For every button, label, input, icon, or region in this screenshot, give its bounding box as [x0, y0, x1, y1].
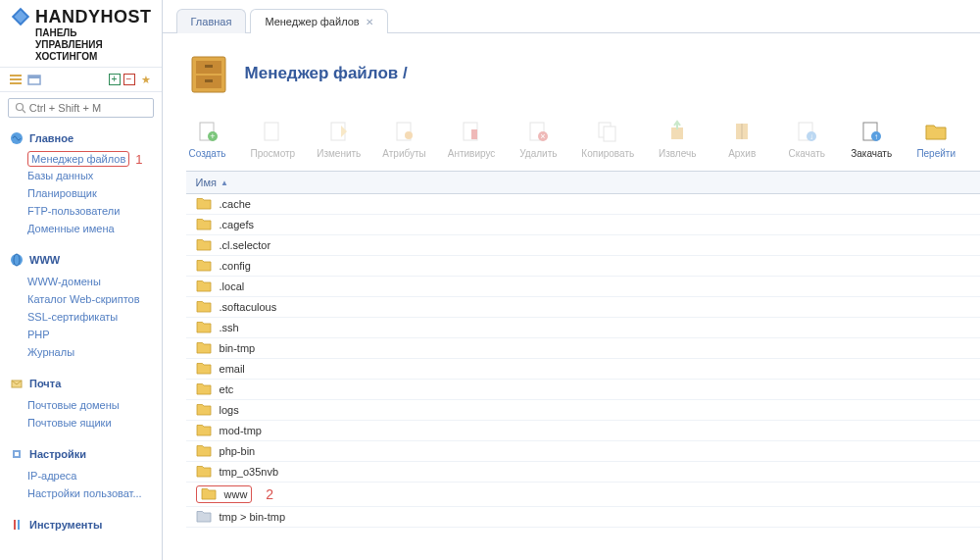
table-row[interactable]: .cagefs [186, 215, 980, 235]
action-icon [259, 118, 286, 145]
nav-group-title: Инструменты [29, 519, 102, 531]
file-name: logs [220, 404, 239, 416]
nav-item[interactable]: Менеджер файлов [27, 151, 129, 167]
nav-group-header[interactable]: Главное [0, 127, 162, 149]
action-label: Архив [728, 148, 756, 159]
nav-item[interactable]: Базы данных [27, 167, 93, 184]
annotation-marker: 2 [266, 486, 273, 502]
action-button: Копировать [581, 118, 634, 159]
action-icon: ↑ [858, 118, 885, 145]
table-row[interactable]: email [186, 359, 980, 380]
nav-item[interactable]: FTP-пользователи [27, 202, 120, 220]
table-row[interactable]: logs [186, 400, 980, 421]
action-button: Антивирус [448, 118, 496, 159]
table-header: Имя ▲ Размер [186, 172, 980, 194]
search-input[interactable] [29, 102, 147, 114]
folder-icon [196, 382, 212, 396]
file-name: etc [220, 383, 234, 395]
nav-item[interactable]: Журналы [27, 343, 74, 361]
action-icon: ↓ [793, 118, 820, 145]
close-icon[interactable]: ✕ [366, 17, 373, 27]
action-button: Атрибуты [382, 118, 425, 159]
table-row[interactable]: .softaculous [186, 297, 980, 318]
svg-text:↑: ↑ [874, 132, 878, 141]
file-name: tmp > bin-tmp [220, 511, 286, 523]
nav-item[interactable]: Доменные имена [27, 220, 115, 237]
page-title: Менеджер файлов / [245, 64, 408, 83]
nav-group-header[interactable]: Настройки [0, 443, 162, 465]
main: ГлавнаяМенеджер файлов✕ Менеджер файлов … [163, 0, 980, 560]
table-row[interactable]: bin-tmp [186, 338, 980, 359]
table-row[interactable]: mod-tmp [186, 421, 980, 441]
file-name: www [224, 488, 248, 500]
folder-icon [196, 238, 212, 252]
tab[interactable]: Менеджер файлов✕ [250, 9, 387, 33]
action-button: Архив [720, 118, 763, 159]
file-table: Имя ▲ Размер .cache.cagefs.cl.selector.c… [186, 171, 980, 528]
action-label: Закачать [851, 148, 892, 159]
new-window-icon[interactable] [26, 72, 42, 87]
svg-rect-2 [10, 75, 22, 76]
star-icon[interactable]: ★ [138, 72, 154, 87]
action-icon [325, 118, 353, 145]
nav-item[interactable]: Почтовые домены [27, 396, 120, 414]
plus-green-icon[interactable]: + [109, 74, 121, 85]
file-name: .config [220, 260, 251, 272]
table-row[interactable]: php-bin [186, 441, 980, 462]
action-button[interactable]: +Создать [186, 118, 229, 159]
nav-item[interactable]: Почтовые ящики [27, 414, 112, 432]
folder-icon [196, 280, 212, 293]
svg-rect-4 [10, 82, 22, 84]
action-label: Перейти [916, 148, 956, 159]
table-row[interactable]: .ssh [186, 318, 980, 338]
svg-point-10 [11, 254, 23, 266]
minus-red-icon[interactable]: − [123, 74, 135, 85]
sidebar: HANDYHOST ПАНЕЛЬ УПРАВЛЕНИЯ ХОСТИНГОМ + … [0, 0, 163, 560]
list-icon[interactable] [8, 72, 24, 87]
folder-icon [196, 403, 212, 417]
table-row[interactable]: .local [186, 277, 980, 297]
table-row[interactable]: .cl.selector [186, 235, 980, 256]
action-bar: +СоздатьПросмотрИзменитьАтрибутыАнтивиру… [163, 110, 980, 165]
action-button: Изменить [317, 118, 361, 159]
nav-item[interactable]: WWW-домены [27, 273, 101, 290]
svg-rect-3 [10, 78, 22, 80]
nav-item[interactable]: Планировщик [27, 184, 97, 202]
folder-icon [196, 424, 212, 437]
nav-item[interactable]: Каталог Web-скриптов [27, 290, 140, 308]
table-row[interactable]: tmp_o35nvb [186, 462, 980, 483]
nav-group-icon [10, 377, 24, 390]
nav-item[interactable]: IP-адреса [27, 467, 76, 484]
tab[interactable]: Главная [176, 9, 247, 33]
tabs: ГлавнаяМенеджер файлов✕ [163, 0, 980, 33]
table-row[interactable]: .cache [186, 194, 980, 215]
svg-text:×: × [541, 131, 546, 141]
file-cabinet-icon [186, 51, 231, 96]
table-row[interactable]: .config [186, 256, 980, 277]
nav-item[interactable]: Настройки пользоват... [27, 484, 142, 502]
svg-line-8 [23, 110, 25, 113]
table-row[interactable]: www2 [186, 483, 980, 507]
nav-group-header[interactable]: Инструменты [0, 514, 162, 535]
nav-item[interactable]: PHP [27, 326, 50, 343]
logo-brand: HANDYHOST [35, 7, 152, 27]
table-row[interactable]: tmp > bin-tmp [186, 507, 980, 528]
action-button[interactable]: ↑Закачать [850, 118, 893, 159]
action-button[interactable]: Перейти [914, 118, 957, 159]
svg-text:+: + [210, 131, 215, 141]
folder-icon [196, 444, 212, 458]
action-label: Удалить [519, 148, 557, 159]
svg-text:↓: ↓ [809, 132, 813, 141]
nav-group-header[interactable]: WWW [0, 249, 162, 271]
table-row[interactable]: etc [186, 380, 980, 400]
nav-item[interactable]: SSL-сертификаты [27, 308, 118, 326]
nav-group-icon [10, 518, 24, 532]
annotation-marker: 1 [135, 152, 142, 167]
nav-group-icon [10, 253, 24, 267]
folder-icon [196, 362, 212, 376]
folder-icon [196, 465, 212, 479]
svg-rect-15 [14, 520, 16, 530]
column-name[interactable]: Имя ▲ [186, 172, 980, 193]
nav-group-header[interactable]: Почта [0, 373, 162, 394]
search-box[interactable] [8, 98, 154, 118]
